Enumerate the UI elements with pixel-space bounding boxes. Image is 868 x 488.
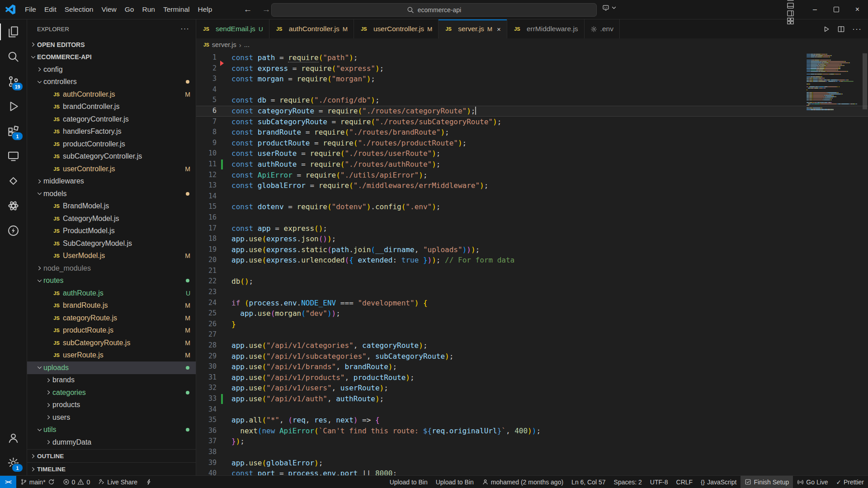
activity-extensions[interactable]: 1 — [0, 119, 27, 144]
code-line[interactable]: 31 app.use("/api/v1/products", productRo… — [196, 372, 868, 383]
tree-item-products[interactable]: products — [27, 399, 196, 412]
line-number[interactable]: 15 — [196, 202, 217, 212]
tree-item-brandcontroller-js[interactable]: JSbrandController.js — [27, 101, 196, 113]
line-number[interactable]: 30 — [196, 361, 217, 372]
command-center-search[interactable]: ecommerce-api — [271, 3, 597, 17]
status-upload-to-bin-2[interactable]: Upload to Bin — [432, 476, 478, 488]
menu-edit[interactable]: Edit — [40, 3, 61, 16]
code-line[interactable]: 13 const globalError = require("./middle… — [196, 180, 868, 191]
tree-item-categoryroute-js[interactable]: JScategoryRoute.jsM — [27, 312, 196, 324]
line-number[interactable]: 17 — [196, 223, 217, 234]
minimap[interactable] — [807, 54, 860, 111]
status-upload-to-bin-1[interactable]: Upload to Bin — [386, 476, 432, 488]
line-number[interactable]: 5 — [196, 95, 217, 106]
code-line[interactable]: 25 app.use(morgan("dev")); — [196, 308, 868, 319]
line-number[interactable]: 31 — [196, 372, 217, 383]
status-git-branch[interactable]: main* — [16, 476, 59, 488]
tree-item-subcategorycontroller-js[interactable]: JSsubCategoryController.js — [27, 150, 196, 163]
code-line[interactable]: 30 app.use("/api/v1/brands", brandRoute)… — [196, 361, 868, 372]
tree-item-config[interactable]: config — [27, 63, 196, 76]
code-line[interactable]: 38 — [196, 447, 868, 458]
menu-help[interactable]: Help — [194, 3, 217, 16]
tree-item-uploads[interactable]: uploads — [27, 361, 196, 374]
code-line[interactable]: 20 app.use(express.urlencoded({ extended… — [196, 255, 868, 266]
line-number[interactable]: 8 — [196, 127, 217, 138]
activity-diamond-extension[interactable] — [0, 169, 27, 193]
code-line[interactable]: 32 app.use("/api/v1/users", userRoute); — [196, 383, 868, 394]
line-number[interactable]: 22 — [196, 276, 217, 287]
tree-item-userroute-js[interactable]: JSuserRoute.jsM — [27, 349, 196, 362]
tree-item-subcategoryroute-js[interactable]: JSsubCategoryRoute.jsM — [27, 337, 196, 349]
line-number[interactable]: 36 — [196, 426, 217, 436]
code-line[interactable]: 17 const app = express(); — [196, 223, 868, 234]
tree-item-usermodel-js[interactable]: JSUserModel.jsM — [27, 250, 196, 263]
tree-item-users[interactable]: users — [27, 411, 196, 424]
code-line[interactable]: 8 const brandRoute = require("./routes/b… — [196, 127, 868, 138]
tree-item-models[interactable]: models — [27, 188, 196, 200]
tab-authcontroller-js[interactable]: JSauthController.js M — [269, 19, 354, 38]
breadcrumb-more[interactable]: ... — [244, 41, 250, 48]
code-line[interactable]: 27 — [196, 329, 868, 340]
line-number[interactable]: 13 — [196, 180, 217, 191]
code-editor[interactable]: 1 const path = require("path"); 2 const … — [196, 51, 868, 475]
code-line[interactable]: 10 const userRoute = require("./routes/u… — [196, 148, 868, 159]
status-remote[interactable]: >< — [0, 476, 16, 488]
line-number[interactable]: 28 — [196, 340, 217, 351]
line-number[interactable]: 7 — [196, 117, 217, 127]
code-line[interactable]: 7 const subCategoryRoute = require("./ro… — [196, 117, 868, 127]
tree-item-brandroute-js[interactable]: JSbrandRoute.jsM — [27, 300, 196, 312]
tab-server-js[interactable]: JSserver.js M × — [439, 19, 507, 38]
code-line[interactable]: 11 const authRoute = require("./routes/a… — [196, 159, 868, 170]
tree-item-productmodel-js[interactable]: JSProductModel.js — [27, 225, 196, 238]
line-number[interactable]: 25 — [196, 308, 217, 319]
code-line[interactable]: 14 — [196, 191, 868, 202]
tree-section-ecommerce-api[interactable]: ECOMMERCE-API — [27, 51, 196, 64]
code-line[interactable]: 6 const categoryRoute = require("./route… — [196, 106, 868, 117]
line-number[interactable]: 11 — [196, 159, 217, 170]
code-line[interactable]: 12 const ApiError = require("./utils/api… — [196, 170, 868, 181]
customize-layout-icon[interactable] — [783, 17, 798, 25]
status-finish-setup[interactable]: Finish Setup — [741, 476, 793, 488]
tree-item-subcategorymodel-js[interactable]: JSSubCategoryModel.js — [27, 237, 196, 250]
sidebar-section-outline[interactable]: OUTLINE — [27, 449, 196, 462]
tab-errmiddleware-js[interactable]: JSerrMiddleware.js — [507, 19, 585, 38]
code-line[interactable]: 37 }); — [196, 436, 868, 447]
line-number[interactable]: 20 — [196, 255, 217, 266]
tab--env[interactable]: .env — [585, 19, 620, 38]
tree-item-node-modules[interactable]: node_modules — [27, 262, 196, 275]
line-number[interactable]: 14 — [196, 191, 217, 202]
code-line[interactable]: 19 app.use(express.static(path.join(__di… — [196, 244, 868, 255]
tree-item-controllers[interactable]: controllers — [27, 76, 196, 89]
minimize-button[interactable]: – — [804, 0, 826, 19]
code-line[interactable]: 22 db(); — [196, 276, 868, 287]
status-eol[interactable]: CRLF — [672, 476, 697, 488]
line-number[interactable]: 19 — [196, 244, 217, 255]
status-prettier[interactable]: ✓Prettier — [832, 476, 868, 488]
sidebar-section-timeline[interactable]: TIMELINE — [27, 462, 196, 475]
line-number[interactable]: 33 — [196, 394, 217, 404]
status-zap[interactable] — [142, 476, 156, 488]
status-live-share[interactable]: Live Share — [94, 476, 142, 488]
line-number[interactable]: 6 — [196, 106, 217, 117]
activity-settings[interactable]: 1 — [0, 450, 27, 475]
menu-run[interactable]: Run — [138, 3, 159, 16]
line-number[interactable]: 32 — [196, 383, 217, 394]
code-line[interactable]: 39 app.use(globalError); — [196, 458, 868, 469]
breadcrumb-file[interactable]: server.js — [212, 41, 236, 48]
status-indentation[interactable]: Spaces: 2 — [610, 476, 646, 488]
menu-selection[interactable]: Selection — [61, 3, 98, 16]
tree-section-open-editors[interactable]: OPEN EDITORS — [27, 38, 196, 51]
tree-item-categorymodel-js[interactable]: JSCategoryModel.js — [27, 212, 196, 225]
forward-icon[interactable]: → — [262, 5, 270, 14]
code-line[interactable]: 21 — [196, 266, 868, 277]
code-line[interactable]: 23 — [196, 287, 868, 298]
line-number[interactable]: 10 — [196, 148, 217, 159]
status-cursor-position[interactable]: Ln 6, Col 57 — [567, 476, 610, 488]
line-number[interactable]: 4 — [196, 84, 217, 95]
maximize-button[interactable] — [826, 0, 847, 19]
code-line[interactable]: 35 app.all("*", (req, res, next) => { — [196, 415, 868, 426]
activity-ai-extension[interactable] — [0, 193, 27, 218]
status-go-live[interactable]: Go Live — [793, 476, 832, 488]
code-line[interactable]: 29 app.use("/api/v1/subcategories", subC… — [196, 351, 868, 362]
line-number[interactable]: 27 — [196, 329, 217, 340]
